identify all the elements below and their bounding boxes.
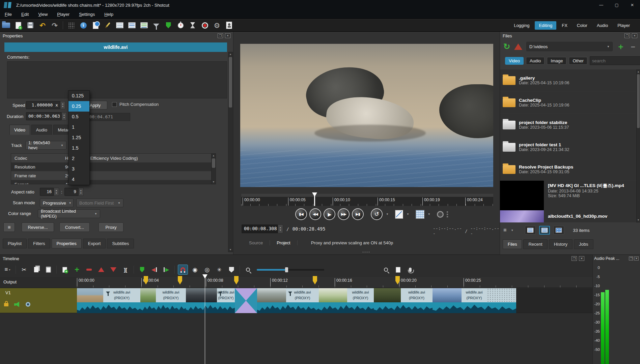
- tab-jobs[interactable]: Jobs: [574, 239, 593, 249]
- properties-float-button[interactable]: ❒: [218, 33, 223, 38]
- convert-button[interactable]: Convert...: [59, 222, 90, 232]
- tab-properties[interactable]: Properties: [52, 239, 82, 248]
- fast-forward-button[interactable]: ▶▶: [338, 208, 350, 220]
- timeline-float-button[interactable]: ❒: [572, 256, 577, 261]
- paste-button[interactable]: [43, 265, 53, 275]
- table-row[interactable]: Format420: [11, 180, 216, 184]
- reverse-button[interactable]: Reverse...: [22, 222, 54, 232]
- zoom-slider-handle[interactable]: [285, 267, 288, 272]
- speed-option[interactable]: 0.125: [68, 91, 89, 101]
- speed-option-selected[interactable]: 0.25: [68, 101, 89, 112]
- add-location-button[interactable]: ＋: [617, 42, 625, 51]
- cut-button[interactable]: ✂: [19, 265, 29, 275]
- timeline-marker[interactable]: [234, 276, 239, 284]
- aspect-width-spinner[interactable]: ▲▼: [54, 188, 59, 196]
- tab-export[interactable]: Export: [83, 239, 106, 248]
- properties-close-button[interactable]: ✕: [225, 33, 230, 38]
- timer-button[interactable]: [175, 20, 186, 30]
- snap-toggle-button[interactable]: [178, 265, 188, 275]
- layout-color[interactable]: Color: [573, 21, 591, 30]
- tab-recent[interactable]: Recent: [523, 239, 547, 249]
- list-item[interactable]: [MV HD 4K] GI ...TLES (비틀즈).mp4Date: 201…: [500, 181, 636, 210]
- timeline-clip[interactable]: wildlife.avi(PROXY): [140, 288, 186, 313]
- tab-subtitles[interactable]: Subtitles: [107, 239, 134, 248]
- hide-eye-icon[interactable]: [26, 302, 30, 307]
- overwrite-button[interactable]: [108, 265, 118, 275]
- track-header-v1[interactable]: V1: [0, 288, 77, 313]
- zoom-in-button[interactable]: [381, 265, 391, 275]
- tab-history[interactable]: History: [549, 239, 573, 249]
- field-order-combo[interactable]: Bottom Field First▼: [76, 199, 123, 207]
- peak-meter-button[interactable]: [65, 20, 77, 30]
- markers-button[interactable]: [163, 20, 174, 30]
- menu-settings[interactable]: Settings: [74, 11, 100, 18]
- layout-fx[interactable]: FX: [558, 21, 572, 30]
- aspect-width-input[interactable]: 16: [40, 188, 54, 196]
- tab-playlist[interactable]: Playlist: [3, 239, 27, 248]
- history-button[interactable]: [187, 20, 198, 30]
- lift-button[interactable]: [96, 265, 106, 275]
- maximize-button[interactable]: ▢: [609, 0, 624, 10]
- output-track-header[interactable]: Output: [0, 277, 77, 288]
- table-scrollbar[interactable]: ▲ ▼: [211, 153, 216, 184]
- loop-button[interactable]: ↺: [371, 208, 383, 220]
- list-item[interactable]: project folder stabilizeDate: 2023-05-06…: [500, 114, 636, 136]
- view-details-button[interactable]: [525, 226, 536, 235]
- close-button[interactable]: ✕: [624, 0, 640, 10]
- menu-view[interactable]: View: [33, 11, 52, 18]
- tab-filters[interactable]: Filters: [28, 239, 50, 248]
- filter-other[interactable]: Other: [569, 57, 587, 65]
- filter-audio[interactable]: Audio: [526, 57, 545, 65]
- proxy-button[interactable]: Proxy: [99, 222, 123, 232]
- video-preview[interactable]: [240, 44, 493, 187]
- properties-info-button[interactable]: i: [78, 20, 89, 30]
- menu-file[interactable]: File: [0, 11, 17, 18]
- zoom-fit-dropdown[interactable]: ▼: [407, 213, 409, 216]
- files-float-button[interactable]: ❒: [624, 33, 630, 38]
- pitch-compensation-checkbox[interactable]: [112, 102, 117, 107]
- speed-option[interactable]: 1: [68, 122, 89, 132]
- menu-player[interactable]: Player: [52, 11, 74, 18]
- grid-dropdown[interactable]: ▼: [428, 213, 430, 216]
- parent-directory-icon[interactable]: [514, 43, 522, 50]
- timeline-zoom-slider[interactable]: [257, 269, 324, 271]
- speed-option[interactable]: 4: [68, 174, 89, 185]
- player-scrubber[interactable]: 00:00:00 00:00:05 00:00:10 00:00:15 00:0…: [241, 194, 493, 206]
- recent-button[interactable]: [90, 20, 101, 30]
- undo-button[interactable]: ↶: [37, 20, 48, 30]
- color-range-combo[interactable]: Broadcast Limited (MPEG)▼: [38, 209, 100, 218]
- speed-option[interactable]: 1.5: [68, 143, 89, 153]
- properties-window-button[interactable]: [114, 20, 126, 30]
- timeline-window-button[interactable]: [138, 20, 150, 30]
- ripple-button[interactable]: ◎: [202, 265, 212, 275]
- timeline-marker[interactable]: [178, 276, 182, 284]
- speed-option[interactable]: 3: [68, 164, 89, 174]
- save-button[interactable]: [25, 20, 36, 30]
- speed-option[interactable]: 2: [68, 153, 89, 164]
- timeline-properties-button[interactable]: [393, 265, 403, 275]
- properties-scrollbar[interactable]: ▲ ▼: [228, 52, 233, 252]
- filter-video[interactable]: Video: [505, 57, 524, 65]
- search-input[interactable]: [590, 56, 640, 65]
- scan-mode-combo[interactable]: Progressive▼: [40, 199, 74, 207]
- files-close-button[interactable]: ✕: [632, 33, 637, 38]
- timeline-clip[interactable]: wildlife.avi(PROXY): [319, 288, 374, 313]
- duration-input[interactable]: 00:00:30.063: [26, 112, 62, 120]
- timeline-clip[interactable]: wildlife.avi(PROXY): [77, 288, 140, 313]
- table-row[interactable]: Resolution960x540: [11, 162, 216, 171]
- open-other-button[interactable]: +: [12, 20, 24, 30]
- minimize-button[interactable]: —: [593, 0, 609, 10]
- copy-button[interactable]: [31, 265, 41, 275]
- open-file-button[interactable]: [0, 20, 12, 30]
- skip-end-button[interactable]: ▶▮: [352, 208, 364, 220]
- list-item[interactable]: Resolve Project BackupsDate: 2025-04-15 …: [500, 158, 636, 181]
- files-scrollbar[interactable]: ▲ ▼: [636, 69, 640, 222]
- timeline-clip-selected[interactable]: wildlife.avi(PROXY): [186, 288, 235, 313]
- list-item[interactable]: project folder test 1Date: 2023-09-24 21…: [500, 136, 636, 158]
- aspect-height-spinner[interactable]: ▲▼: [79, 188, 84, 196]
- tab-video[interactable]: Video: [9, 125, 30, 135]
- speed-spinner[interactable]: ▲▼: [60, 101, 65, 109]
- path-combo[interactable]: D:\videos▼: [526, 42, 613, 51]
- view-tiles-button[interactable]: [553, 226, 564, 235]
- tab-files[interactable]: Files: [503, 239, 522, 249]
